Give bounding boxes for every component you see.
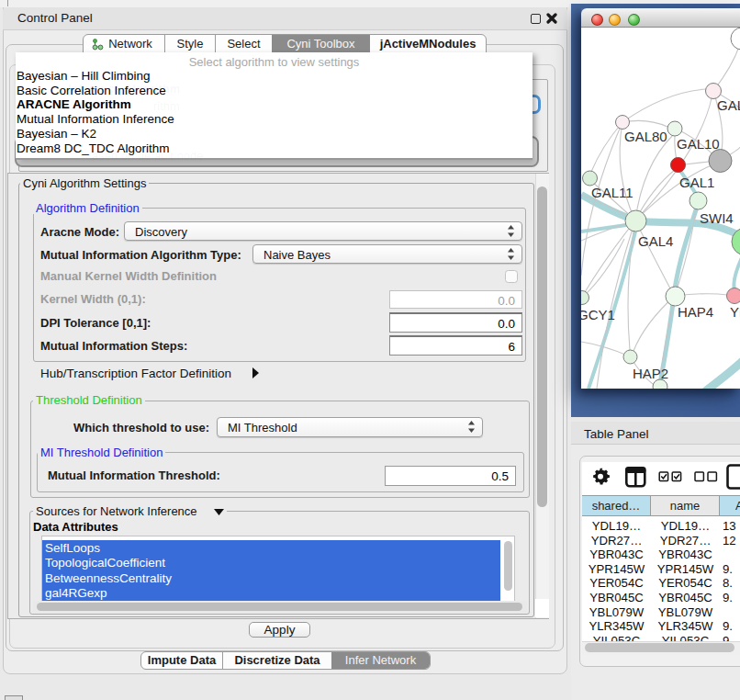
svg-text:HAP2: HAP2 [633,366,668,381]
svg-text:GAL11: GAL11 [591,185,633,200]
svg-text:GAL2: GAL2 [717,97,740,113]
svg-text:HAP4: HAP4 [678,304,713,320]
svg-text:YD: YD [730,304,740,320]
svg-text:GAL80: GAL80 [624,129,667,144]
svg-text:GAL4: GAL4 [638,233,673,249]
svg-text:GAL1: GAL1 [679,175,714,190]
svg-text:GCY1: GCY1 [581,307,615,322]
svg-text:SWI4: SWI4 [700,210,734,226]
svg-text:GAL10: GAL10 [677,136,720,152]
